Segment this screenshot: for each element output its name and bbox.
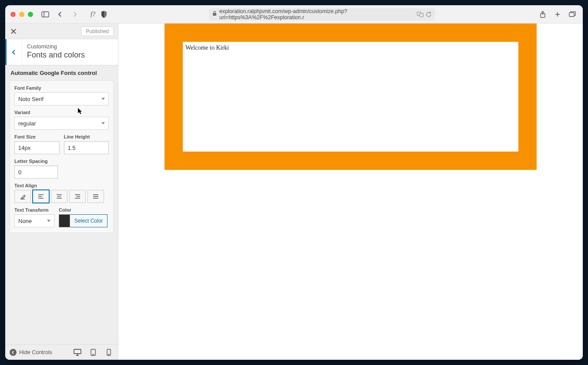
preview-hero: Welcome to Kirki: [165, 24, 537, 170]
plus-icon: [554, 11, 561, 17]
chevron-left-icon: [12, 49, 16, 56]
line-height-input[interactable]: [64, 141, 109, 154]
text-align-label: Text Align: [14, 183, 109, 188]
tabs-icon: [569, 11, 576, 17]
svg-point-31: [108, 354, 109, 355]
controls-title: Automatic Google Fonts control: [5, 65, 118, 81]
nav-back-button[interactable]: [55, 9, 65, 20]
font-size-input[interactable]: [14, 141, 60, 154]
align-none-button[interactable]: [14, 190, 31, 203]
lock-icon: [212, 11, 217, 17]
sidebar-footer: Hide Controls: [5, 344, 118, 360]
svg-rect-4: [420, 13, 423, 17]
section-eyebrow: Customizing: [27, 44, 113, 50]
reload-icon[interactable]: [426, 11, 432, 17]
traffic-lights: [10, 12, 33, 17]
chevron-down-icon: [47, 220, 50, 222]
address-bar[interactable]: exploration.ralphjsmit.com/wp-admin/cust…: [209, 8, 435, 20]
window-zoom-icon[interactable]: [28, 12, 33, 17]
text-transform-value: None: [18, 218, 32, 224]
titlebar: f? exploration.ralphjsmit.com/wp-admin/c…: [5, 5, 583, 24]
text-transform-label: Text Transform: [14, 207, 54, 213]
preview-content: Welcome to Kirki: [183, 42, 518, 152]
eraser-icon: [19, 193, 26, 200]
align-left-icon: [37, 193, 44, 200]
svg-point-29: [93, 354, 94, 355]
align-left-button[interactable]: [33, 190, 49, 203]
hide-controls-button[interactable]: Hide Controls: [10, 349, 52, 356]
shield-icon: [101, 11, 107, 18]
align-justify-icon: [92, 193, 99, 200]
align-right-icon: [74, 193, 81, 200]
window-close-icon[interactable]: [10, 12, 16, 17]
align-right-button[interactable]: [69, 190, 86, 203]
controls-panel: Font Family Noto Serif Variant regular: [10, 81, 114, 233]
svg-rect-0: [42, 12, 49, 17]
back-button[interactable]: [5, 39, 22, 65]
browser-window: f? exploration.ralphjsmit.com/wp-admin/c…: [5, 5, 583, 360]
share-button[interactable]: [538, 9, 548, 20]
hide-controls-label: Hide Controls: [19, 349, 52, 355]
chevron-down-icon: [101, 122, 105, 125]
window-minimize-icon[interactable]: [19, 12, 24, 17]
section-title: Fonts and colors: [27, 51, 113, 60]
align-justify-button[interactable]: [87, 190, 104, 203]
sidebar-top: Published: [5, 24, 118, 39]
tabs-overview-button[interactable]: [567, 9, 578, 20]
font-family-value: Noto Serif: [18, 96, 44, 102]
text-transform-select[interactable]: None: [14, 214, 54, 227]
color-swatch[interactable]: [59, 214, 70, 227]
desktop-icon: [74, 349, 81, 356]
variant-select[interactable]: regular: [14, 117, 109, 130]
close-icon: [10, 28, 17, 34]
variant-label: Variant: [14, 110, 109, 115]
select-color-button[interactable]: Select Color: [70, 214, 108, 227]
letter-spacing-label: Letter Spacing: [14, 159, 58, 164]
svg-rect-25: [74, 349, 81, 354]
preview-heading: Welcome to Kirki: [185, 44, 516, 51]
font-family-label: Font Family: [14, 85, 109, 91]
font-family-select[interactable]: Noto Serif: [14, 92, 109, 105]
mobile-icon: [107, 349, 111, 356]
variant-value: regular: [18, 120, 36, 127]
chevron-down-icon: [101, 98, 105, 100]
font-query-icon: f?: [91, 11, 95, 18]
workspace: Published Customizing Fonts and colors A…: [5, 24, 583, 360]
customizer-sidebar: Published Customizing Fonts and colors A…: [5, 24, 118, 360]
line-height-label: Line Height: [64, 134, 109, 139]
font-size-label: Font Size: [14, 134, 60, 139]
device-tablet-button[interactable]: [88, 348, 98, 357]
svg-rect-2: [213, 13, 216, 16]
align-center-button[interactable]: [51, 190, 67, 203]
tablet-icon: [90, 349, 96, 356]
translate-icon[interactable]: [417, 12, 424, 17]
preview-pane: Welcome to Kirki: [118, 24, 583, 360]
device-switcher: [73, 348, 114, 357]
close-customizer-button[interactable]: [9, 27, 18, 36]
address-bar-wrap: exploration.ralphjsmit.com/wp-admin/cust…: [114, 8, 531, 20]
svg-rect-9: [569, 13, 574, 17]
device-desktop-button[interactable]: [73, 348, 82, 357]
collapse-icon: [10, 349, 17, 356]
section-header: Customizing Fonts and colors: [5, 39, 118, 65]
device-mobile-button[interactable]: [104, 348, 114, 357]
share-icon: [540, 11, 546, 18]
nav-forward-button[interactable]: [70, 9, 80, 20]
new-tab-button[interactable]: [552, 9, 563, 20]
sidebar-toggle-button[interactable]: [40, 9, 50, 20]
shield-button[interactable]: [99, 9, 109, 20]
align-center-icon: [56, 193, 63, 200]
chevron-right-icon: [73, 11, 77, 17]
color-label: Color: [59, 207, 108, 213]
letter-spacing-input[interactable]: [14, 166, 58, 179]
address-url: exploration.ralphjsmit.com/wp-admin/cust…: [219, 8, 414, 20]
chevron-left-icon: [58, 11, 62, 17]
sidebar-icon: [41, 11, 49, 17]
publish-status[interactable]: Published: [81, 27, 114, 36]
